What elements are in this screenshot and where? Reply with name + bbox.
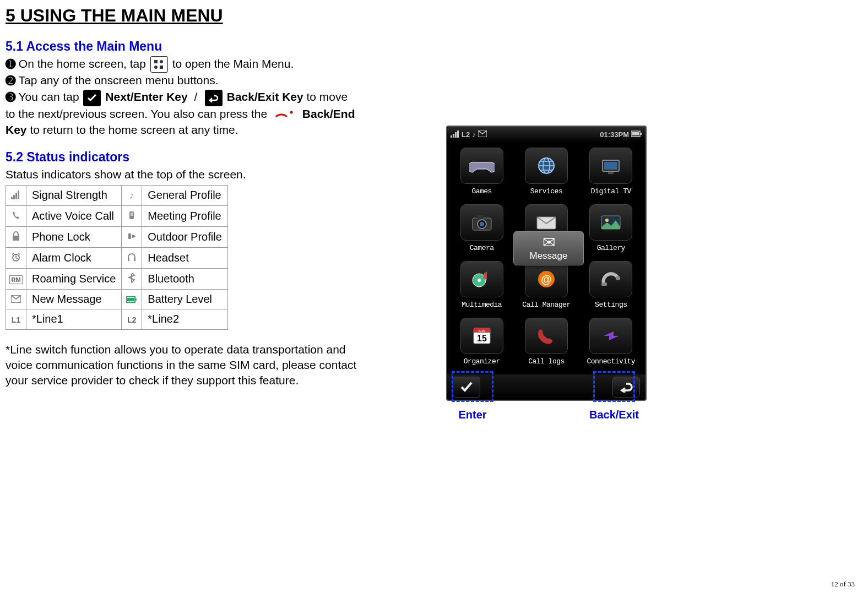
slash: / (194, 90, 197, 103)
status-label: Phone Lock (26, 226, 122, 247)
bullet-2-icon: ➋ (6, 74, 15, 88)
phone-popup-label: Message (530, 251, 568, 262)
bullet-3-icon: ➌ (6, 90, 15, 104)
app-call-manager[interactable]: @Call Manager (514, 258, 578, 314)
svg-rect-20 (451, 135, 452, 138)
main-menu-icon (150, 56, 168, 73)
svg-rect-22 (455, 132, 457, 138)
status-label: Battery Level (142, 289, 228, 309)
app-icon (589, 148, 632, 184)
table-row: Alarm ClockHeadset (6, 247, 228, 268)
phone-l2-badge: L2 (462, 130, 470, 139)
status-label: New Message (26, 289, 122, 309)
svg-rect-32 (608, 172, 614, 174)
svg-rect-8 (18, 191, 19, 199)
svg-point-44 (616, 276, 620, 280)
msg-icon (10, 293, 22, 305)
envelope-icon: ✉ (542, 235, 555, 251)
back-arrow-icon (205, 90, 223, 106)
app-label: Connectivity (587, 357, 636, 366)
svg-rect-0 (154, 60, 158, 63)
svg-rect-7 (15, 193, 17, 199)
app-label: Settings (595, 301, 627, 309)
app-label: Services (530, 187, 562, 195)
step3-text-a: You can tap (18, 90, 79, 103)
app-services[interactable]: Services (514, 144, 578, 201)
status-indicator-table: Signal Strength♪General ProfileActive Vo… (6, 185, 228, 330)
app-icon: SUN15 (460, 318, 503, 354)
svg-rect-10 (131, 213, 133, 216)
svg-rect-3 (160, 66, 163, 69)
app-call-logs[interactable]: Call logs (514, 314, 578, 371)
app-digital-tv[interactable]: Digital TV (579, 144, 643, 201)
app-settings[interactable]: Settings (579, 258, 643, 314)
app-label: Call Manager (522, 301, 571, 309)
step1-text-a: On the home screen, tap (19, 57, 146, 70)
alarm-icon (10, 251, 22, 263)
svg-rect-27 (640, 133, 642, 135)
app-icon (589, 318, 632, 354)
svg-text:SUN: SUN (478, 329, 485, 333)
headset-icon (126, 251, 138, 263)
phone-mockup: L2 ♪ 01:33PM ✉ (446, 126, 644, 421)
svg-rect-14 (128, 258, 129, 261)
section2-intro: Status indicators show at the top of the… (6, 167, 358, 182)
status-label: Outdoor Profile (142, 226, 228, 247)
check-icon (83, 90, 101, 106)
table-row: Phone LockOutdoor Profile (6, 226, 228, 247)
app-multimedia[interactable]: Multimedia (449, 258, 514, 314)
lock-icon (10, 230, 22, 242)
svg-point-41 (478, 279, 481, 282)
step1-text-b: to open the Main Menu. (172, 57, 294, 70)
enter-annotation-label: Enter (458, 409, 486, 421)
app-organizer[interactable]: SUN15Organizer (449, 314, 514, 371)
phone-envelope-icon (478, 130, 487, 139)
outdoor-icon (126, 230, 138, 242)
signal-icon (10, 189, 22, 201)
status-label: General Profile (142, 185, 228, 205)
section-heading-5-2: 5.2 Status indicators (6, 150, 358, 165)
svg-rect-45 (601, 282, 607, 286)
app-label: Gallery (597, 244, 625, 252)
app-icon (589, 204, 632, 241)
table-row: Active Voice CallMeeting Profile (6, 205, 228, 226)
app-games[interactable]: Games (449, 144, 514, 201)
end-key-icon (272, 107, 298, 122)
status-label: Active Voice Call (26, 205, 122, 226)
status-label: Roaming Service (26, 268, 122, 289)
phone-enter-button[interactable] (453, 377, 480, 398)
roam-icon: RM (10, 274, 22, 286)
table-row: Signal Strength♪General Profile (6, 185, 228, 205)
status-label: Bluetooth (142, 268, 228, 289)
svg-rect-31 (604, 162, 617, 170)
svg-point-39 (605, 219, 609, 222)
l1-icon: L1 (10, 314, 22, 326)
phone-battery-icon (631, 130, 642, 139)
svg-rect-12 (128, 233, 131, 239)
table-row: RMRoaming ServiceBluetooth (6, 268, 228, 289)
call-icon (10, 209, 22, 221)
svg-rect-15 (134, 258, 135, 261)
svg-text:15: 15 (477, 334, 487, 343)
svg-rect-5 (11, 197, 13, 199)
svg-rect-36 (477, 215, 484, 219)
app-label: Digital TV (591, 187, 631, 195)
step2-text: Tap any of the onscreen menu buttons. (18, 74, 218, 86)
phone-back-button[interactable] (612, 377, 640, 398)
next-enter-key-label: Next/Enter Key (105, 90, 187, 103)
app-label: Camera (470, 244, 494, 252)
app-label: Organizer (464, 357, 500, 366)
app-connectivity[interactable]: Connectivity (579, 314, 643, 371)
phone-statusbar: L2 ♪ 01:33PM (447, 127, 645, 142)
status-label: Alarm Clock (26, 247, 122, 268)
app-icon (525, 318, 568, 354)
section-heading-5-1: 5.1 Access the Main Menu (6, 39, 358, 54)
batt-icon (126, 293, 138, 306)
bullet-1-icon: ➊ (6, 57, 15, 71)
svg-point-1 (160, 60, 163, 63)
status-label: Signal Strength (26, 185, 122, 205)
meeting-icon (126, 209, 138, 221)
svg-rect-19 (135, 298, 137, 301)
app-gallery[interactable]: Gallery (579, 201, 643, 258)
app-camera[interactable]: Camera (449, 201, 514, 258)
